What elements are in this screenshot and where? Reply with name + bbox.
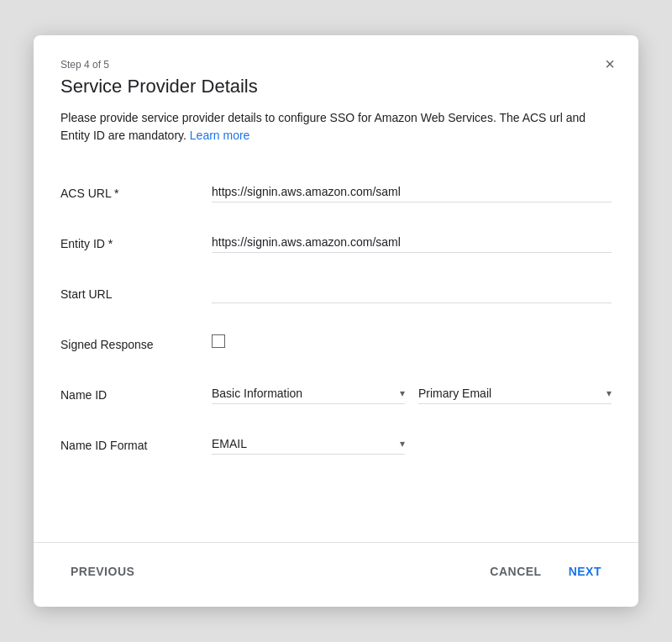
footer-left: PREVIOUS: [60, 556, 144, 587]
entity-id-input[interactable]: [212, 229, 612, 253]
previous-button[interactable]: PREVIOUS: [60, 556, 144, 587]
acs-url-input[interactable]: [212, 178, 612, 203]
name-id-dropdown2-value: Primary Email: [418, 387, 603, 400]
name-id-row: Name ID Basic Information ▾ Primary Emai…: [60, 380, 612, 413]
dialog-description: Please provide service provider details …: [60, 109, 612, 145]
signed-response-row: Signed Response: [60, 329, 612, 363]
dialog-footer: PREVIOUS CANCEL NEXT: [34, 542, 638, 607]
footer-right: CANCEL NEXT: [480, 556, 612, 587]
start-url-control: [212, 279, 612, 303]
chevron-down-icon-2: ▾: [606, 387, 612, 399]
signed-response-label: Signed Response: [60, 329, 212, 351]
name-id-controls: Basic Information ▾ Primary Email ▾: [212, 380, 612, 404]
name-id-dropdown1[interactable]: Basic Information ▾: [212, 380, 405, 404]
name-id-dropdown2[interactable]: Primary Email ▾: [418, 380, 612, 404]
signed-response-checkbox[interactable]: [212, 334, 225, 348]
name-id-dropdown1-value: Basic Information: [212, 387, 396, 400]
acs-url-label: ACS URL *: [60, 178, 212, 200]
start-url-row: Start URL: [60, 279, 612, 313]
acs-url-row: ACS URL *: [60, 178, 612, 212]
name-id-format-value: EMAIL: [212, 437, 396, 450]
cancel-button[interactable]: CANCEL: [480, 556, 551, 587]
dialog-title: Service Provider Details: [60, 76, 612, 97]
entity-id-row: Entity ID *: [60, 229, 612, 262]
service-provider-dialog: × Step 4 of 5 Service Provider Details P…: [34, 35, 638, 607]
dialog-body: ACS URL * Entity ID * Start URL Signed R…: [34, 158, 638, 542]
dialog-header: Step 4 of 5 Service Provider Details Ple…: [34, 35, 638, 158]
chevron-down-icon-3: ▾: [400, 438, 405, 450]
step-label: Step 4 of 5: [60, 59, 612, 71]
start-url-label: Start URL: [60, 279, 212, 301]
learn-more-link[interactable]: Learn more: [190, 129, 250, 142]
name-id-format-row: Name ID Format EMAIL ▾: [60, 430, 612, 464]
acs-url-control: [212, 178, 612, 203]
entity-id-label: Entity ID *: [60, 229, 212, 250]
start-url-input[interactable]: [212, 279, 612, 303]
close-button[interactable]: ×: [601, 52, 618, 76]
name-id-format-label: Name ID Format: [60, 430, 212, 452]
name-id-label: Name ID: [60, 380, 212, 402]
signed-response-control: [212, 329, 612, 348]
entity-id-control: [212, 229, 612, 253]
next-button[interactable]: NEXT: [559, 556, 612, 587]
name-id-format-dropdown[interactable]: EMAIL ▾: [212, 430, 405, 455]
chevron-down-icon: ▾: [400, 387, 405, 399]
name-id-format-control: EMAIL ▾: [212, 430, 612, 455]
